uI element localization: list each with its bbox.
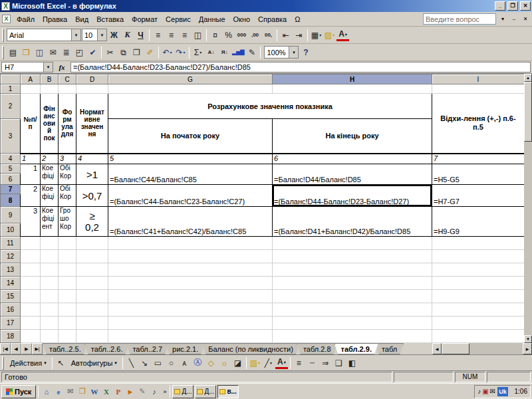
underline-icon[interactable]: Ч: [134, 29, 147, 41]
scrollbar-track[interactable]: [524, 82, 532, 335]
quick-launch-overflow-icon[interactable]: »: [162, 388, 168, 395]
font-color-icon[interactable]: А: [336, 29, 349, 41]
menu-data[interactable]: Данные: [195, 13, 229, 25]
tab-ris-2-1[interactable]: рис.2.1.: [166, 343, 205, 354]
cell-h4[interactable]: 6: [273, 154, 432, 164]
spelling-icon[interactable]: ✔: [86, 46, 99, 59]
tab-tabl-2-8[interactable]: табл.2.8: [297, 343, 338, 354]
cell[interactable]: [273, 317, 432, 330]
help-icon[interactable]: ?: [299, 46, 312, 59]
row-header-10[interactable]: 10: [1, 223, 21, 237]
cell-d9[interactable]: ≥ 0,2: [76, 207, 108, 237]
row-header-15[interactable]: 15: [1, 290, 21, 303]
arrow-style-icon[interactable]: ⇒: [319, 356, 332, 369]
music-icon[interactable]: ♪: [148, 386, 160, 397]
column-header-a[interactable]: A: [21, 74, 41, 84]
column-header-g[interactable]: G: [108, 74, 273, 84]
toolbar-button[interactable]: [158, 47, 159, 59]
menu-tools[interactable]: Сервис: [162, 13, 195, 25]
column-header-h[interactable]: H: [273, 74, 432, 84]
cell[interactable]: [21, 330, 41, 343]
column-header-b[interactable]: B: [41, 74, 59, 84]
new-document-icon[interactable]: ▤: [7, 46, 19, 59]
row-header-9[interactable]: 9: [1, 207, 21, 223]
cell-h5[interactable]: =Баланс!D44/Баланс!D85: [273, 164, 432, 185]
tab-tabl-2-6[interactable]: табл..2.6.: [84, 343, 130, 354]
cell[interactable]: [108, 237, 273, 250]
word-icon[interactable]: W: [88, 386, 100, 397]
picture-icon[interactable]: ◪: [231, 356, 244, 369]
cell[interactable]: [432, 303, 525, 317]
bold-icon[interactable]: Ж: [108, 29, 120, 41]
powerpoint-icon[interactable]: P: [112, 386, 124, 397]
merge-center-icon[interactable]: ◫: [192, 29, 204, 41]
sort-ascending-icon[interactable]: А↓: [205, 46, 217, 59]
cell-h9[interactable]: =(Баланс!D41+Баланс!D42)/Баланс!D85: [273, 207, 432, 237]
increase-decimal-icon[interactable]: ,00: [249, 29, 261, 41]
cell[interactable]: [59, 263, 76, 277]
cell-a9[interactable]: 3: [21, 207, 41, 237]
row-header-6[interactable]: 6: [1, 174, 21, 185]
cell[interactable]: [41, 317, 59, 330]
cell-g3[interactable]: На початок року: [108, 119, 273, 154]
align-center-icon[interactable]: ≡: [165, 29, 178, 41]
cell[interactable]: [432, 250, 525, 263]
language-indicator[interactable]: Uk: [497, 387, 508, 396]
column-header-d[interactable]: D: [76, 74, 108, 84]
scroll-right-icon[interactable]: ▶: [523, 343, 532, 354]
cell-b9[interactable]: Кое фіці ент: [41, 207, 59, 237]
toolbar-button[interactable]: [307, 29, 308, 41]
cell[interactable]: [41, 303, 59, 317]
cell[interactable]: [108, 317, 273, 330]
insert-function-button[interactable]: fx: [55, 63, 69, 71]
toolbar-button[interactable]: [189, 47, 190, 59]
cell[interactable]: [41, 263, 59, 277]
cell-g2-merged-header[interactable]: Розрахункове значення показника: [108, 94, 432, 119]
cell[interactable]: [59, 84, 76, 94]
cell[interactable]: [273, 84, 432, 94]
cell[interactable]: [76, 84, 108, 94]
cell[interactable]: [432, 263, 525, 277]
scrollbar-thumb[interactable]: [524, 82, 532, 142]
cell-a2[interactable]: №п/ п: [21, 94, 41, 154]
cell[interactable]: [432, 330, 525, 343]
cell[interactable]: [76, 290, 108, 303]
scrollbar-track[interactable]: [442, 343, 523, 354]
next-sheet-button[interactable]: ▶: [21, 343, 32, 354]
cell-i5[interactable]: =H5-G5: [432, 164, 525, 185]
cell[interactable]: [273, 263, 432, 277]
mail-icon[interactable]: ✉: [47, 46, 59, 59]
cell-i2[interactable]: Відхи-лення (+,-) п.6- п.5: [432, 94, 525, 154]
start-button[interactable]: Пуск: [1, 385, 36, 398]
outlook-icon[interactable]: ✉: [65, 386, 76, 397]
last-sheet-button[interactable]: ▶|: [32, 343, 43, 354]
row-header-3[interactable]: 3: [1, 119, 21, 154]
font-size-combo[interactable]: 10 ▾: [82, 29, 107, 41]
cell[interactable]: [59, 290, 76, 303]
cell[interactable]: [76, 317, 108, 330]
cell-a4[interactable]: 1: [21, 154, 41, 164]
cell[interactable]: [108, 263, 273, 277]
align-right-icon[interactable]: ≡: [178, 29, 191, 41]
save-icon[interactable]: ◫: [33, 46, 46, 59]
paste-icon[interactable]: ❐: [130, 46, 143, 59]
cell-g5[interactable]: =Баланс!C44/Баланс!C85: [108, 164, 273, 185]
toolbar-grip[interactable]: [2, 46, 4, 59]
autosum-icon[interactable]: Σ: [192, 46, 204, 59]
increase-indent-icon[interactable]: ⇥: [293, 29, 305, 41]
close-button[interactable]: ✕: [520, 1, 531, 11]
italic-icon[interactable]: К: [121, 29, 134, 41]
cell-c4[interactable]: 3: [59, 154, 76, 164]
menu-format[interactable]: Формат: [128, 13, 162, 25]
cell[interactable]: [59, 303, 76, 317]
toolbar-button[interactable]: [246, 357, 247, 369]
tray-app-icon[interactable]: ▣: [482, 388, 488, 395]
menu-edit[interactable]: Правка: [39, 13, 71, 25]
line-style-icon[interactable]: ≡: [293, 356, 305, 369]
cell-b7[interactable]: Кое фіці: [41, 185, 59, 207]
toolbar-button[interactable]: [260, 47, 261, 59]
cell[interactable]: [108, 277, 273, 290]
cell[interactable]: [76, 303, 108, 317]
row-header-2[interactable]: 2: [1, 94, 21, 119]
cell[interactable]: [432, 317, 525, 330]
